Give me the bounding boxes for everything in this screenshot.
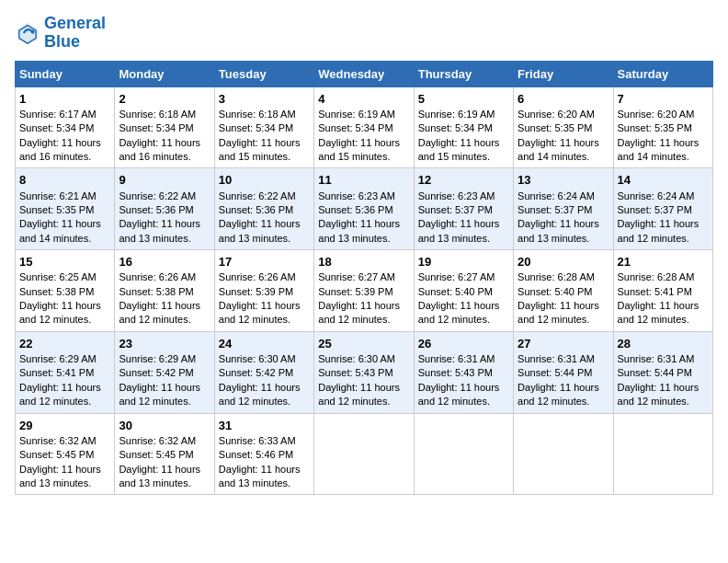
day-info-line: Sunrise: 6:26 AM [119,270,210,284]
day-info-line: Daylight: 11 hours [219,463,310,477]
calendar-cell: 21Sunrise: 6:28 AMSunset: 5:41 PMDayligh… [613,250,712,332]
day-number: 14 [618,172,709,189]
day-info-line: Sunset: 5:35 PM [518,121,609,135]
day-info-line: Daylight: 11 hours [19,299,110,313]
calendar-week-row: 15Sunrise: 6:25 AMSunset: 5:38 PMDayligh… [16,250,713,332]
day-info-line: Sunset: 5:42 PM [119,366,210,380]
day-info-line: and 12 minutes. [119,395,210,408]
day-info-line: and 14 minutes. [19,232,110,246]
day-info-line: Daylight: 11 hours [219,381,310,395]
day-info-line: and 13 minutes. [318,232,409,246]
day-number: 16 [119,254,210,270]
calendar-cell: 20Sunrise: 6:28 AMSunset: 5:40 PMDayligh… [514,250,613,332]
svg-point-2 [31,29,35,33]
day-number: 12 [418,172,509,189]
day-info-line: and 12 minutes. [19,395,110,408]
day-info-line: Daylight: 11 hours [119,381,210,395]
day-info-line: and 12 minutes. [518,313,609,327]
day-number: 21 [618,254,709,270]
day-info-line: Daylight: 11 hours [518,217,609,231]
day-info-line: Sunrise: 6:31 AM [418,352,509,366]
day-info-line: Daylight: 11 hours [119,463,210,477]
calendar-cell: 3Sunrise: 6:18 AMSunset: 5:34 PMDaylight… [214,86,313,168]
day-info-line: and 12 minutes. [318,395,409,408]
day-number: 29 [19,418,110,434]
day-number: 4 [318,91,409,108]
calendar-cell: 24Sunrise: 6:30 AMSunset: 5:42 PMDayligh… [214,331,313,413]
calendar-cell: 7Sunrise: 6:20 AMSunset: 5:35 PMDaylight… [613,86,712,168]
day-info-line: Sunrise: 6:23 AM [318,190,409,203]
day-info-line: and 12 minutes. [219,395,310,408]
day-info-line: Sunrise: 6:30 AM [318,352,409,366]
day-info-line: Sunset: 5:37 PM [418,203,509,217]
day-number: 30 [119,418,210,434]
day-number: 5 [418,91,509,108]
day-info-line: Sunset: 5:44 PM [518,366,609,380]
day-info-line: and 13 minutes. [418,232,509,246]
day-info-line: Sunset: 5:40 PM [418,285,509,299]
calendar-cell: 25Sunrise: 6:30 AMSunset: 5:43 PMDayligh… [314,331,414,413]
day-number: 6 [518,91,609,108]
calendar-header-row: SundayMondayTuesdayWednesdayThursdayFrid… [16,61,713,86]
day-info-line: and 13 minutes. [119,232,210,246]
calendar-cell: 19Sunrise: 6:27 AMSunset: 5:40 PMDayligh… [414,250,513,332]
day-info-line: Daylight: 11 hours [518,136,609,150]
day-info-line: Daylight: 11 hours [219,299,310,313]
weekday-header-friday: Friday [514,61,613,86]
day-number: 18 [318,254,409,270]
day-info-line: Sunrise: 6:26 AM [219,270,310,284]
day-info-line: Sunset: 5:45 PM [119,448,210,462]
calendar-cell: 5Sunrise: 6:19 AMSunset: 5:34 PMDaylight… [414,86,513,168]
day-info-line: Sunrise: 6:31 AM [618,352,709,366]
day-number: 9 [119,172,210,189]
day-info-line: Sunrise: 6:18 AM [219,108,310,121]
day-info-line: and 12 minutes. [119,313,210,327]
day-info-line: Daylight: 11 hours [418,299,509,313]
calendar-cell: 2Sunrise: 6:18 AMSunset: 5:34 PMDaylight… [115,86,214,168]
day-info-line: Sunset: 5:41 PM [19,366,110,380]
day-info-line: Daylight: 11 hours [318,381,409,395]
day-number: 22 [19,336,110,352]
day-number: 3 [219,91,310,108]
day-info-line: Sunset: 5:34 PM [19,121,110,135]
calendar-cell: 17Sunrise: 6:26 AMSunset: 5:39 PMDayligh… [214,250,313,332]
day-info-line: Daylight: 11 hours [318,136,409,150]
day-number: 27 [518,336,609,352]
day-info-line: Daylight: 11 hours [19,463,110,477]
calendar-cell: 9Sunrise: 6:22 AMSunset: 5:36 PMDaylight… [115,168,214,250]
day-info-line: Sunset: 5:42 PM [219,366,310,380]
day-info-line: Sunrise: 6:21 AM [19,190,110,203]
day-info-line: Daylight: 11 hours [318,299,409,313]
day-number: 7 [618,91,709,108]
day-info-line: Sunset: 5:37 PM [618,203,709,217]
day-info-line: Sunset: 5:43 PM [318,366,409,380]
day-info-line: Sunrise: 6:20 AM [618,108,709,121]
day-info-line: Sunset: 5:34 PM [318,121,409,135]
day-info-line: Daylight: 11 hours [418,136,509,150]
day-info-line: Daylight: 11 hours [19,217,110,231]
day-info-line: Sunset: 5:40 PM [518,285,609,299]
day-info-line: Sunset: 5:39 PM [318,285,409,299]
day-info-line: Sunset: 5:44 PM [618,366,709,380]
day-number: 28 [618,336,709,352]
weekday-header-monday: Monday [115,61,214,86]
day-info-line: Sunset: 5:34 PM [219,121,310,135]
day-info-line: Daylight: 11 hours [518,299,609,313]
calendar-cell: 27Sunrise: 6:31 AMSunset: 5:44 PMDayligh… [514,331,613,413]
calendar-cell: 8Sunrise: 6:21 AMSunset: 5:35 PMDaylight… [16,168,115,250]
calendar-cell: 30Sunrise: 6:32 AMSunset: 5:45 PMDayligh… [115,413,214,495]
day-info-line: Daylight: 11 hours [19,136,110,150]
logo-icon [15,20,40,46]
page-header: General Blue [15,15,713,52]
day-info-line: Sunrise: 6:24 AM [518,190,609,203]
day-info-line: Sunrise: 6:29 AM [119,352,210,366]
day-info-line: and 16 minutes. [119,150,210,164]
day-info-line: Sunset: 5:36 PM [119,203,210,217]
calendar-table: SundayMondayTuesdayWednesdayThursdayFrid… [15,61,713,496]
day-info-line: and 13 minutes. [518,232,609,246]
day-info-line: Daylight: 11 hours [518,381,609,395]
day-info-line: Daylight: 11 hours [618,136,709,150]
day-info-line: Sunrise: 6:17 AM [19,108,110,121]
day-info-line: Sunset: 5:45 PM [19,448,110,462]
day-number: 24 [219,336,310,352]
